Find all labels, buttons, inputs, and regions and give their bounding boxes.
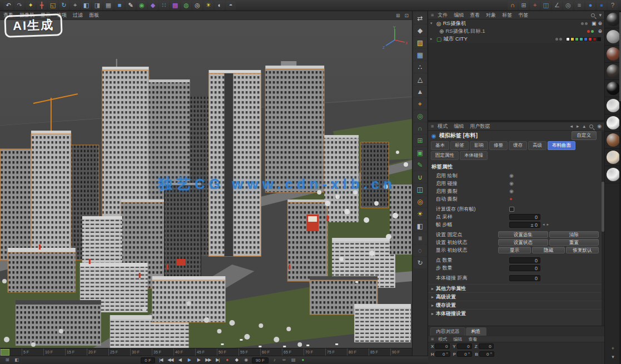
workplane-lock-icon[interactable]: ▣ bbox=[414, 147, 427, 158]
loop-toggle-icon[interactable]: ∞ bbox=[280, 357, 287, 363]
points-mode-icon[interactable]: ∴ bbox=[414, 61, 427, 73]
render-view-icon[interactable]: ◧ bbox=[81, 1, 91, 10]
search-icon[interactable] bbox=[591, 13, 595, 17]
goto-start-icon[interactable]: |◀ bbox=[157, 357, 165, 363]
coordinate-value-field[interactable]: 0 ° bbox=[457, 351, 472, 357]
render-status-icon[interactable]: ● bbox=[299, 357, 306, 363]
material-thumbnail[interactable] bbox=[605, 46, 621, 63]
workplane-mode-icon[interactable]: ▦ bbox=[414, 49, 427, 61]
hide-state-button[interactable]: 隐藏 bbox=[532, 247, 565, 253]
section-header[interactable]: ▸ 其他力学属性 bbox=[428, 284, 604, 292]
layout-animate-icon[interactable]: ● bbox=[597, 1, 607, 10]
attribute-tab[interactable]: 影响 bbox=[470, 141, 488, 150]
tab-structure[interactable]: 构造 bbox=[466, 327, 486, 336]
coord-menu-item[interactable]: 模式 bbox=[438, 336, 447, 342]
coordinate-value-field[interactable]: 0 bbox=[457, 343, 472, 349]
target-tag-icon[interactable]: ⊕ bbox=[598, 21, 602, 26]
history-forward-icon[interactable]: ▸ bbox=[577, 123, 579, 129]
set-selection-button[interactable]: 设置选集 bbox=[498, 231, 548, 238]
texture-mode-icon[interactable]: ▨ bbox=[414, 37, 427, 48]
axis-toggle-icon[interactable]: ⌖ bbox=[530, 1, 540, 10]
clear-button[interactable]: 清除 bbox=[549, 231, 599, 238]
axis-gizmo[interactable]: X Y Z bbox=[382, 26, 408, 51]
rotate-tool-icon[interactable]: ↻ bbox=[59, 1, 69, 10]
history-back-icon[interactable]: ◂ bbox=[570, 123, 573, 129]
alert-toggle-icon[interactable]: ● bbox=[509, 196, 512, 202]
quantize-toggle-icon[interactable]: ⊞ bbox=[414, 134, 427, 146]
material-tag-chip[interactable] bbox=[593, 37, 597, 41]
coordinate-value-field[interactable]: 0 bbox=[435, 343, 450, 349]
picture-viewer-icon[interactable]: ▦ bbox=[103, 1, 113, 10]
make-editable-icon[interactable]: ⇄ bbox=[414, 12, 427, 24]
om-menu-item[interactable]: 书签 bbox=[518, 12, 528, 19]
chevron-down-icon[interactable]: ▾ bbox=[430, 21, 435, 26]
object-row-camera-target[interactable]: ⊕ RS摄像机.目标.1 ⊕ bbox=[428, 27, 604, 35]
viewport-3d[interactable]: 查看摄像机显示选项过滤面板 ⊞ ⊡ bbox=[0, 11, 413, 356]
cloner-icon[interactable]: ∷ bbox=[159, 1, 169, 10]
attribute-tab[interactable]: 修整 bbox=[489, 141, 508, 150]
material-thumbnail[interactable] bbox=[605, 97, 621, 114]
key-record-icon[interactable]: ◆ bbox=[233, 357, 240, 363]
show-state-button[interactable]: 显示 bbox=[498, 247, 531, 253]
coord-menu-item[interactable]: 编辑 bbox=[453, 336, 462, 342]
hand-tool-icon[interactable]: ◌ bbox=[414, 245, 427, 256]
subdivision-surface-icon[interactable]: ◉ bbox=[137, 1, 147, 10]
material-thumbnail[interactable] bbox=[605, 114, 621, 132]
polygons-mode-icon[interactable]: ▲ bbox=[414, 86, 427, 97]
scale-tool-icon[interactable]: ◱ bbox=[48, 1, 58, 10]
history-palette-icon[interactable]: ↻ bbox=[414, 257, 427, 268]
volume-builder-icon[interactable]: ▩ bbox=[170, 1, 180, 10]
fps-display-icon[interactable]: ▤ bbox=[290, 357, 297, 363]
scrollbar-thumb[interactable] bbox=[602, 182, 604, 232]
spline-pen-icon[interactable]: ✎ bbox=[126, 1, 136, 10]
section-header[interactable]: ▸ 高级设置 bbox=[428, 292, 604, 301]
sound-toggle-icon[interactable]: ♪ bbox=[271, 357, 278, 363]
viewport-solo-icon[interactable]: ◎ bbox=[414, 110, 427, 122]
om-menu-item[interactable]: 查看 bbox=[470, 12, 480, 19]
material-tag-chip[interactable] bbox=[566, 37, 570, 41]
undo-icon[interactable]: ↶ bbox=[3, 1, 13, 10]
next-frame-icon[interactable]: ▶ bbox=[195, 357, 202, 363]
step-count-field[interactable]: 0 bbox=[509, 265, 540, 271]
self-collision-distance-field[interactable]: 0 bbox=[509, 275, 540, 281]
point-count-field[interactable]: 0 bbox=[509, 257, 540, 263]
material-thumbnail[interactable] bbox=[605, 132, 621, 149]
spline-snap-icon[interactable]: ✎ bbox=[414, 159, 427, 171]
view-settings-icon[interactable]: ≡ bbox=[414, 232, 427, 244]
stepper-down-icon[interactable]: ◂ bbox=[543, 222, 545, 227]
section-header[interactable]: ▸ 缓存设置 bbox=[428, 301, 604, 309]
custom-button[interactable]: 自定义 bbox=[572, 131, 597, 140]
restore-default-button[interactable]: 恢复默认 bbox=[566, 247, 599, 253]
attribute-tab[interactable]: 布料曲面 bbox=[548, 141, 575, 150]
om-menu-item[interactable]: 文件 bbox=[438, 12, 448, 19]
enable-axis-icon[interactable]: ⌖ bbox=[414, 98, 427, 109]
render-settings-icon[interactable]: ◨ bbox=[92, 1, 102, 10]
attribute-tab[interactable]: 高级 bbox=[528, 141, 547, 150]
visibility-dot[interactable] bbox=[581, 22, 584, 25]
attribute-tab[interactable]: 本体碰撞 bbox=[460, 151, 488, 160]
coordinate-value-field[interactable]: 0 ° bbox=[479, 351, 494, 357]
measure-icon[interactable]: ∠ bbox=[552, 1, 562, 10]
reset-button[interactable]: 重置 bbox=[549, 239, 599, 246]
attribute-tab[interactable]: 基本 bbox=[431, 141, 449, 150]
search-icon[interactable] bbox=[589, 124, 593, 128]
coordinate-value-field[interactable]: 0 bbox=[479, 343, 494, 349]
hamburger-icon[interactable]: ≡ bbox=[431, 12, 434, 18]
next-key-icon[interactable]: ▶▶ bbox=[205, 357, 212, 363]
filter-icon[interactable]: ▾ bbox=[599, 12, 602, 18]
snap-icon[interactable]: ∩ bbox=[508, 1, 518, 10]
enable-toggle-icon[interactable]: ◉ bbox=[509, 181, 514, 186]
attribute-tab[interactable]: 缓存 bbox=[509, 141, 527, 150]
enable-toggle-icon[interactable]: ◉ bbox=[509, 188, 514, 194]
visibility-dot[interactable] bbox=[585, 22, 588, 25]
light-toggle-icon[interactable]: ☀ bbox=[414, 208, 427, 220]
point-sampling-field[interactable]: 0 bbox=[509, 214, 540, 220]
edges-mode-icon[interactable]: △ bbox=[414, 73, 427, 85]
live-selection-icon[interactable]: ✦ bbox=[26, 1, 36, 10]
material-tag-chip[interactable] bbox=[588, 37, 592, 41]
layout-standard-icon[interactable]: ● bbox=[585, 1, 595, 10]
goto-end-icon[interactable]: ▶| bbox=[214, 357, 221, 363]
viewport-grid-icon[interactable]: ⊞ bbox=[396, 13, 400, 18]
timeline-ruler[interactable]: 0 F5 F10 F15 F20 F25 F30 F35 F40 F45 F50… bbox=[0, 348, 412, 356]
section-header[interactable]: ▸ 本体碰撞设置 bbox=[428, 309, 604, 317]
